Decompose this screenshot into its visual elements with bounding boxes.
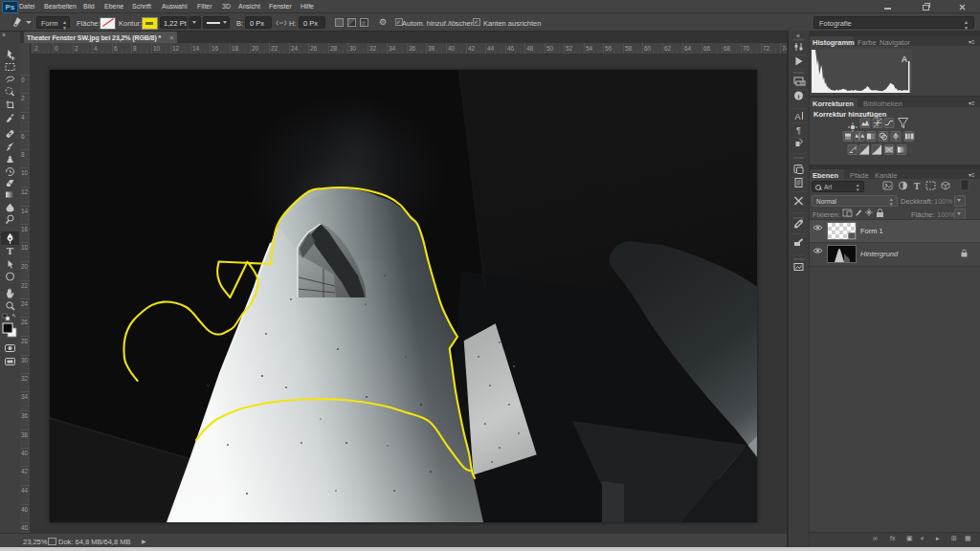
- svg-text:T: T: [7, 245, 14, 256]
- svg-text:A: A: [794, 112, 800, 121]
- svg-text:M: M: [800, 80, 804, 86]
- svg-text:¶: ¶: [796, 125, 801, 135]
- svg-text:i: i: [798, 93, 800, 100]
